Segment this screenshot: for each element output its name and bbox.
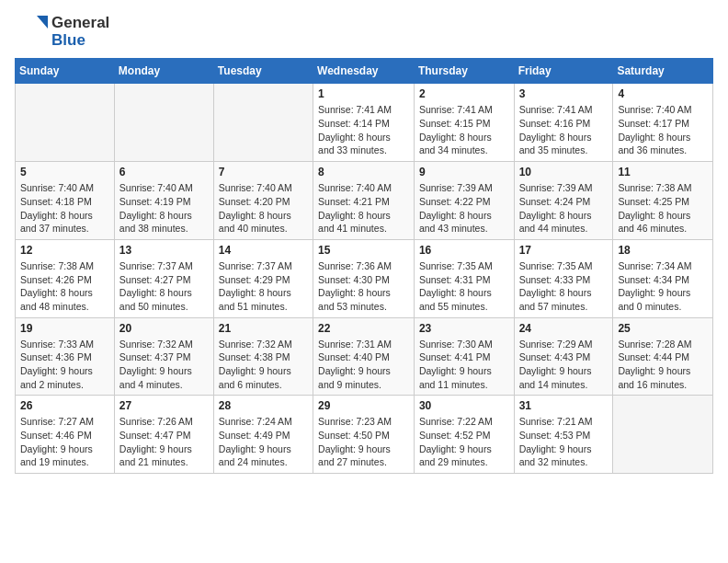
calendar-table: SundayMondayTuesdayWednesdayThursdayFrid… <box>15 58 713 474</box>
calendar-cell: 15Sunrise: 7:36 AM Sunset: 4:30 PM Dayli… <box>313 239 415 317</box>
calendar-cell: 13Sunrise: 7:37 AM Sunset: 4:27 PM Dayli… <box>114 239 213 317</box>
calendar-cell: 20Sunrise: 7:32 AM Sunset: 4:37 PM Dayli… <box>114 317 213 396</box>
day-info: Sunrise: 7:40 AM Sunset: 4:21 PM Dayligh… <box>318 181 409 236</box>
day-number: 18 <box>618 244 708 257</box>
calendar-cell <box>16 84 115 162</box>
day-number: 11 <box>618 166 708 178</box>
day-number: 24 <box>519 322 609 335</box>
calendar-cell: 31Sunrise: 7:21 AM Sunset: 4:53 PM Dayli… <box>514 396 613 474</box>
day-number: 6 <box>119 166 209 178</box>
calendar-cell: 12Sunrise: 7:38 AM Sunset: 4:26 PM Dayli… <box>16 239 115 317</box>
calendar-cell: 19Sunrise: 7:33 AM Sunset: 4:36 PM Dayli… <box>16 317 115 396</box>
page-header: General Blue <box>15 15 713 49</box>
calendar-cell: 26Sunrise: 7:27 AM Sunset: 4:46 PM Dayli… <box>16 396 115 474</box>
calendar-week-row: 12Sunrise: 7:38 AM Sunset: 4:26 PM Dayli… <box>16 239 713 317</box>
svg-marker-1 <box>37 16 48 29</box>
day-info: Sunrise: 7:30 AM Sunset: 4:41 PM Dayligh… <box>419 338 509 392</box>
calendar-week-row: 26Sunrise: 7:27 AM Sunset: 4:46 PM Dayli… <box>16 396 713 474</box>
day-info: Sunrise: 7:39 AM Sunset: 4:22 PM Dayligh… <box>419 181 509 236</box>
calendar-cell <box>613 396 713 474</box>
day-of-week-header: Tuesday <box>213 59 313 84</box>
day-number: 26 <box>20 399 109 412</box>
calendar-cell: 18Sunrise: 7:34 AM Sunset: 4:34 PM Dayli… <box>613 239 713 317</box>
day-number: 7 <box>219 166 308 178</box>
day-number: 27 <box>119 399 209 412</box>
day-number: 14 <box>219 244 308 257</box>
day-info: Sunrise: 7:29 AM Sunset: 4:43 PM Dayligh… <box>519 338 609 392</box>
day-number: 15 <box>318 244 409 257</box>
day-number: 28 <box>219 399 308 412</box>
calendar-header-row: SundayMondayTuesdayWednesdayThursdayFrid… <box>16 59 713 84</box>
day-number: 13 <box>119 244 209 257</box>
day-number: 8 <box>318 166 409 178</box>
day-of-week-header: Monday <box>114 59 213 84</box>
calendar-cell: 11Sunrise: 7:38 AM Sunset: 4:25 PM Dayli… <box>613 162 713 240</box>
day-number: 22 <box>318 322 409 335</box>
day-of-week-header: Wednesday <box>313 59 415 84</box>
day-info: Sunrise: 7:38 AM Sunset: 4:25 PM Dayligh… <box>618 181 708 236</box>
calendar-cell <box>213 84 313 162</box>
day-number: 2 <box>419 87 509 100</box>
logo-blue-label: Blue <box>51 32 109 50</box>
calendar-cell: 6Sunrise: 7:40 AM Sunset: 4:19 PM Daylig… <box>114 162 213 240</box>
calendar-cell: 29Sunrise: 7:23 AM Sunset: 4:50 PM Dayli… <box>313 396 415 474</box>
day-of-week-header: Friday <box>514 59 613 84</box>
day-number: 3 <box>519 87 609 100</box>
day-info: Sunrise: 7:37 AM Sunset: 4:29 PM Dayligh… <box>219 259 308 314</box>
day-info: Sunrise: 7:21 AM Sunset: 4:53 PM Dayligh… <box>519 415 609 469</box>
calendar-cell: 25Sunrise: 7:28 AM Sunset: 4:44 PM Dayli… <box>613 317 713 396</box>
day-info: Sunrise: 7:40 AM Sunset: 4:17 PM Dayligh… <box>618 103 708 157</box>
day-info: Sunrise: 7:39 AM Sunset: 4:24 PM Dayligh… <box>519 181 609 236</box>
day-info: Sunrise: 7:31 AM Sunset: 4:40 PM Dayligh… <box>318 338 409 392</box>
day-info: Sunrise: 7:35 AM Sunset: 4:33 PM Dayligh… <box>519 259 609 314</box>
logo: General Blue <box>15 15 109 49</box>
day-number: 21 <box>219 322 308 335</box>
logo-icon <box>15 16 48 49</box>
calendar-cell: 10Sunrise: 7:39 AM Sunset: 4:24 PM Dayli… <box>514 162 613 240</box>
day-info: Sunrise: 7:32 AM Sunset: 4:37 PM Dayligh… <box>119 338 209 392</box>
calendar-week-row: 19Sunrise: 7:33 AM Sunset: 4:36 PM Dayli… <box>16 317 713 396</box>
logo-general-text: General <box>51 15 109 32</box>
calendar-cell: 22Sunrise: 7:31 AM Sunset: 4:40 PM Dayli… <box>313 317 415 396</box>
day-info: Sunrise: 7:22 AM Sunset: 4:52 PM Dayligh… <box>419 415 509 469</box>
day-info: Sunrise: 7:40 AM Sunset: 4:18 PM Dayligh… <box>20 181 109 236</box>
day-info: Sunrise: 7:41 AM Sunset: 4:16 PM Dayligh… <box>519 103 609 157</box>
day-of-week-header: Sunday <box>16 59 115 84</box>
day-info: Sunrise: 7:37 AM Sunset: 4:27 PM Dayligh… <box>119 259 209 314</box>
day-info: Sunrise: 7:35 AM Sunset: 4:31 PM Dayligh… <box>419 259 509 314</box>
day-info: Sunrise: 7:24 AM Sunset: 4:49 PM Dayligh… <box>219 415 308 469</box>
calendar-week-row: 5Sunrise: 7:40 AM Sunset: 4:18 PM Daylig… <box>16 162 713 240</box>
calendar-cell: 21Sunrise: 7:32 AM Sunset: 4:38 PM Dayli… <box>213 317 313 396</box>
calendar-cell: 23Sunrise: 7:30 AM Sunset: 4:41 PM Dayli… <box>414 317 514 396</box>
day-number: 23 <box>419 322 509 335</box>
calendar-cell <box>114 84 213 162</box>
calendar-cell: 7Sunrise: 7:40 AM Sunset: 4:20 PM Daylig… <box>213 162 313 240</box>
day-of-week-header: Thursday <box>414 59 514 84</box>
calendar-cell: 5Sunrise: 7:40 AM Sunset: 4:18 PM Daylig… <box>16 162 115 240</box>
day-info: Sunrise: 7:23 AM Sunset: 4:50 PM Dayligh… <box>318 415 409 469</box>
day-info: Sunrise: 7:26 AM Sunset: 4:47 PM Dayligh… <box>119 415 209 469</box>
day-info: Sunrise: 7:27 AM Sunset: 4:46 PM Dayligh… <box>20 415 109 469</box>
calendar-cell: 16Sunrise: 7:35 AM Sunset: 4:31 PM Dayli… <box>414 239 514 317</box>
day-info: Sunrise: 7:36 AM Sunset: 4:30 PM Dayligh… <box>318 259 409 314</box>
calendar-cell: 2Sunrise: 7:41 AM Sunset: 4:15 PM Daylig… <box>414 84 514 162</box>
calendar-cell: 27Sunrise: 7:26 AM Sunset: 4:47 PM Dayli… <box>114 396 213 474</box>
day-info: Sunrise: 7:40 AM Sunset: 4:20 PM Dayligh… <box>219 181 308 236</box>
day-info: Sunrise: 7:28 AM Sunset: 4:44 PM Dayligh… <box>618 338 708 392</box>
day-info: Sunrise: 7:41 AM Sunset: 4:14 PM Dayligh… <box>318 103 409 157</box>
day-number: 5 <box>20 166 109 178</box>
calendar-cell: 9Sunrise: 7:39 AM Sunset: 4:22 PM Daylig… <box>414 162 514 240</box>
day-number: 17 <box>519 244 609 257</box>
day-number: 31 <box>519 399 609 412</box>
calendar-cell: 3Sunrise: 7:41 AM Sunset: 4:16 PM Daylig… <box>514 84 613 162</box>
calendar-cell: 24Sunrise: 7:29 AM Sunset: 4:43 PM Dayli… <box>514 317 613 396</box>
calendar-cell: 14Sunrise: 7:37 AM Sunset: 4:29 PM Dayli… <box>213 239 313 317</box>
day-number: 9 <box>419 166 509 178</box>
day-info: Sunrise: 7:38 AM Sunset: 4:26 PM Dayligh… <box>20 259 109 314</box>
day-info: Sunrise: 7:33 AM Sunset: 4:36 PM Dayligh… <box>20 338 109 392</box>
calendar-week-row: 1Sunrise: 7:41 AM Sunset: 4:14 PM Daylig… <box>16 84 713 162</box>
day-number: 10 <box>519 166 609 178</box>
day-number: 30 <box>419 399 509 412</box>
calendar-cell: 8Sunrise: 7:40 AM Sunset: 4:21 PM Daylig… <box>313 162 415 240</box>
day-info: Sunrise: 7:40 AM Sunset: 4:19 PM Dayligh… <box>119 181 209 236</box>
